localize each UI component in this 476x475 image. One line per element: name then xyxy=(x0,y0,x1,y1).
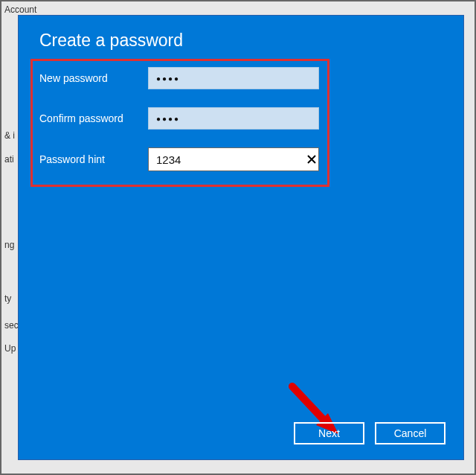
new-password-label: New password xyxy=(39,72,148,84)
dialog-title: Create a password xyxy=(39,31,443,51)
row-hint: Password hint xyxy=(39,147,443,171)
bg-fragment: ng xyxy=(4,240,14,250)
account-header: Account xyxy=(4,4,36,15)
bg-fragment: & i xyxy=(4,130,15,141)
new-password-input[interactable]: ●●●● xyxy=(148,67,319,89)
dialog-footer: Next Cancel xyxy=(294,422,446,444)
bg-fragment: ty xyxy=(4,293,11,304)
next-button[interactable]: Next xyxy=(294,422,364,444)
bg-fragment: Up xyxy=(4,343,16,354)
row-new-password: New password ●●●● xyxy=(39,67,443,89)
hint-label: Password hint xyxy=(39,153,148,165)
clear-icon[interactable] xyxy=(305,148,318,170)
create-password-dialog: Create a password New password ●●●● Conf… xyxy=(18,15,464,460)
hint-input-wrap xyxy=(148,147,319,171)
bg-fragment: ati xyxy=(4,154,14,165)
row-confirm-password: Confirm password ●●●● xyxy=(39,107,443,130)
hint-input[interactable] xyxy=(149,148,305,170)
confirm-password-input[interactable]: ●●●● xyxy=(148,107,319,130)
cancel-button[interactable]: Cancel xyxy=(375,422,446,444)
bg-fragment: sec xyxy=(4,320,19,331)
confirm-password-label: Confirm password xyxy=(39,112,148,124)
